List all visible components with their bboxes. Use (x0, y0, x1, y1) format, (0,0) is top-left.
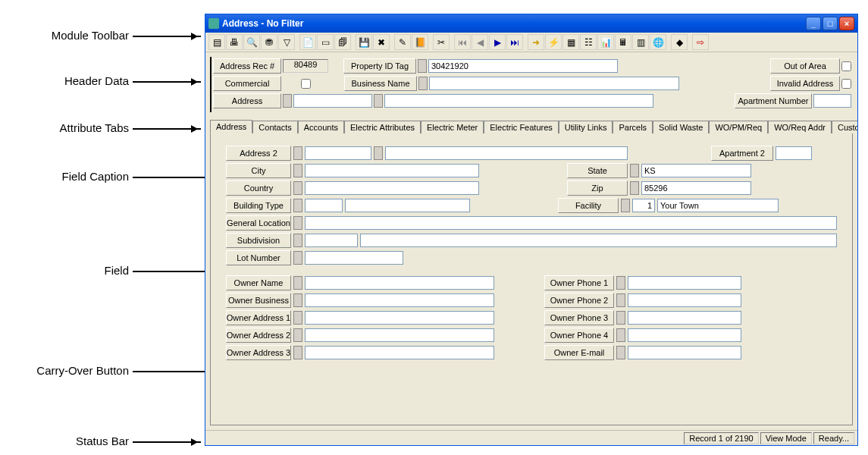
owner-address2-input[interactable] (305, 328, 494, 342)
grid-icon[interactable]: ▥ (632, 34, 649, 50)
property-id-input[interactable] (428, 59, 618, 73)
subdivision-code-input[interactable] (305, 234, 358, 247)
book-icon[interactable]: 📙 (412, 34, 428, 50)
tab-parcels[interactable]: Parcels (613, 121, 653, 133)
tab-solid-waste[interactable]: Solid Waste (653, 121, 709, 133)
carry-over-button[interactable] (293, 146, 302, 160)
carry-over-button[interactable] (616, 276, 625, 290)
tab-utility-links[interactable]: Utility Links (559, 121, 613, 133)
tab-wo-req-addr[interactable]: WO/Req Addr (768, 121, 832, 133)
building-type-desc-input[interactable] (345, 199, 470, 212)
owner-business-input[interactable] (305, 293, 494, 307)
carry-over-button[interactable] (616, 328, 625, 342)
carry-over-button[interactable] (418, 59, 427, 73)
carry-over-button[interactable] (293, 234, 302, 247)
maximize-button[interactable]: □ (823, 17, 838, 30)
tab-accounts[interactable]: Accounts (298, 121, 344, 133)
filter-icon[interactable]: ▽ (278, 34, 295, 50)
prev-icon[interactable]: ◀ (472, 34, 488, 50)
general-location-input[interactable] (305, 216, 837, 230)
tab-electric-attributes[interactable]: Electric Attributes (344, 121, 421, 133)
owner-phone2-input[interactable] (628, 293, 741, 307)
tree-icon[interactable]: ▦ (562, 34, 579, 50)
out-of-area-checkbox[interactable] (841, 61, 851, 71)
country-input[interactable] (305, 181, 479, 195)
address2-street-input[interactable] (385, 146, 628, 160)
facility-name-input[interactable] (657, 199, 779, 212)
carry-over-button[interactable] (293, 311, 302, 325)
owner-phone4-input[interactable] (628, 328, 741, 342)
toolbar-button[interactable]: ▤ (208, 34, 225, 50)
search-icon[interactable]: 🔍 (243, 34, 260, 50)
last-icon[interactable]: ⏭ (506, 34, 523, 50)
carry-over-button[interactable] (374, 146, 383, 160)
business-name-input[interactable] (429, 77, 679, 90)
state-input[interactable] (641, 164, 751, 177)
carry-over-button[interactable] (616, 293, 625, 307)
tab-contacts[interactable]: Contacts (252, 121, 297, 133)
carry-over-button[interactable] (293, 293, 302, 307)
globe-icon[interactable]: 🌐 (650, 34, 666, 50)
facility-code-input[interactable] (632, 199, 655, 212)
carry-over-button[interactable] (293, 199, 302, 212)
exit-icon[interactable]: ⇨ (692, 34, 709, 50)
carry-over-button[interactable] (293, 251, 302, 265)
chart-icon[interactable]: 📊 (597, 34, 614, 50)
carry-over-button[interactable] (616, 311, 625, 325)
owner-address3-input[interactable] (305, 346, 494, 359)
arrow-icon[interactable]: ➜ (528, 34, 544, 50)
owner-address1-input[interactable] (305, 311, 494, 325)
carry-over-button[interactable] (283, 94, 292, 108)
carry-over-button[interactable] (630, 164, 639, 177)
subdivision-desc-input[interactable] (360, 234, 837, 247)
bolt-icon[interactable]: ⚡ (545, 34, 562, 50)
help-icon[interactable]: ◆ (671, 34, 688, 50)
tab-electric-features[interactable]: Electric Features (484, 121, 559, 133)
toolbar-button[interactable]: ⛃ (261, 34, 277, 50)
carry-over-button[interactable] (630, 181, 639, 195)
carry-over-button[interactable] (621, 199, 630, 212)
calc-icon[interactable]: 🖩 (615, 34, 631, 50)
tab-custom[interactable]: Custom (832, 121, 857, 133)
owner-phone3-input[interactable] (628, 311, 741, 325)
tab-wo-pm-req[interactable]: WO/PM/Req (709, 121, 768, 133)
new-icon[interactable]: 📄 (299, 34, 316, 50)
save-icon[interactable]: 💾 (356, 34, 372, 50)
toolbar-button[interactable]: ▭ (317, 34, 334, 50)
carry-over-button[interactable] (293, 181, 302, 195)
tab-address[interactable]: Address (210, 120, 252, 133)
carry-over-button[interactable] (293, 328, 302, 342)
carry-over-button[interactable] (374, 94, 383, 108)
owner-phone1-input[interactable] (628, 276, 741, 290)
edit-icon[interactable]: ✎ (394, 34, 411, 50)
close-button[interactable]: × (839, 17, 854, 30)
zip-input[interactable] (641, 181, 751, 195)
invalid-address-checkbox[interactable] (841, 79, 851, 89)
delete-icon[interactable]: ✖ (373, 34, 390, 50)
carry-over-button[interactable] (616, 346, 625, 359)
carry-over-button[interactable] (418, 77, 428, 90)
org-icon[interactable]: ☷ (580, 34, 597, 50)
cut-icon[interactable]: ✂ (433, 34, 450, 50)
owner-name-input[interactable] (305, 276, 494, 290)
print-icon[interactable]: 🖶 (226, 34, 243, 50)
carry-over-button[interactable] (293, 346, 302, 359)
first-icon[interactable]: ⏮ (454, 34, 471, 50)
address2-num-input[interactable] (305, 146, 371, 160)
building-type-input[interactable] (305, 199, 343, 212)
address-street-input[interactable] (384, 94, 653, 108)
city-input[interactable] (305, 164, 479, 177)
tab-electric-meter[interactable]: Electric Meter (421, 121, 484, 133)
address-num-input[interactable] (293, 94, 372, 108)
carry-over-button[interactable] (293, 216, 302, 230)
carry-over-button[interactable] (293, 276, 302, 290)
apartment-number-input[interactable] (813, 94, 851, 108)
apartment2-input[interactable] (776, 146, 812, 160)
next-icon[interactable]: ▶ (489, 34, 506, 50)
commercial-checkbox[interactable] (301, 79, 311, 89)
lot-number-input[interactable] (305, 251, 403, 265)
carry-over-button[interactable] (293, 164, 302, 177)
minimize-button[interactable]: _ (806, 17, 821, 30)
copy-icon[interactable]: 🗐 (334, 34, 351, 50)
owner-email-input[interactable] (628, 346, 741, 359)
